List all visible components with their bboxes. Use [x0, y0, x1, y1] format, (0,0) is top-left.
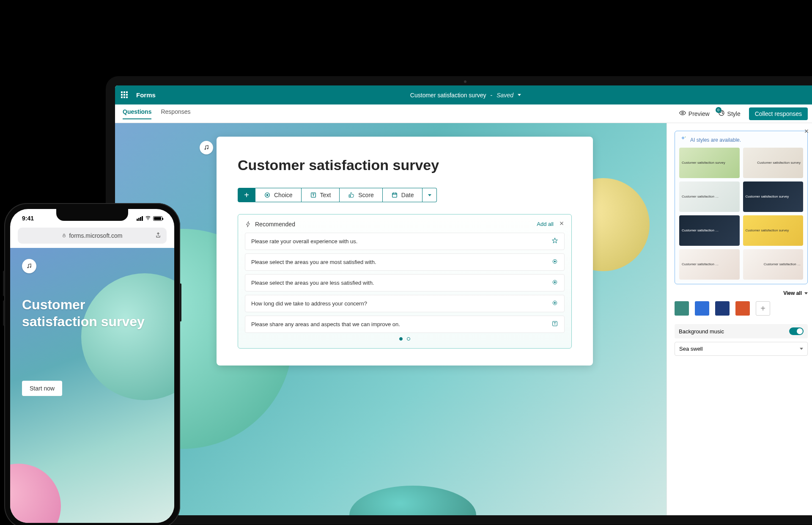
- recommended-item-text: Please share any areas and aspects that …: [251, 321, 400, 327]
- view-all-button[interactable]: View all: [675, 290, 808, 296]
- svg-point-4: [722, 113, 723, 113]
- color-swatch-navy[interactable]: [715, 301, 730, 316]
- style-thumbnail[interactable]: Customer satisfaction …: [743, 249, 804, 280]
- radio-icon: [551, 300, 558, 308]
- background-shape: [81, 273, 174, 400]
- qtype-more-button[interactable]: [422, 188, 437, 202]
- style-thumbnail[interactable]: Customer satisfaction survey: [743, 215, 804, 246]
- svg-point-5: [205, 148, 206, 150]
- style-thumbnail[interactable]: Customer satisfaction survey: [679, 148, 740, 178]
- svg-point-21: [27, 267, 29, 268]
- phone-url-bar[interactable]: forms.microsoft.com: [18, 228, 167, 244]
- add-color-button[interactable]: +: [756, 301, 770, 316]
- tab-responses[interactable]: Responses: [161, 108, 190, 119]
- tabs-bar: Questions Responses Preview 0 Style: [115, 104, 812, 123]
- collect-responses-button[interactable]: Collect responses: [749, 107, 808, 120]
- lock-icon: [62, 232, 66, 239]
- save-status: Saved: [497, 92, 513, 99]
- chevron-down-icon: [428, 194, 431, 196]
- qtype-date-label: Date: [401, 192, 414, 198]
- chevron-down-icon: [800, 348, 803, 350]
- background-music-select[interactable]: Sea swell: [675, 342, 808, 356]
- qtype-score-label: Score: [358, 192, 374, 198]
- music-toggle-chip[interactable]: [200, 141, 213, 154]
- text-icon: [310, 192, 317, 198]
- background-shape: [349, 486, 476, 515]
- preview-label: Preview: [689, 110, 710, 117]
- thumbs-up-icon: [348, 192, 355, 198]
- color-swatches: +: [675, 301, 808, 316]
- background-shape: [10, 464, 61, 523]
- qtype-score-button[interactable]: Score: [340, 188, 383, 202]
- laptop-camera: [464, 80, 466, 83]
- style-thumbnail[interactable]: Customer satisfaction survey: [743, 181, 804, 212]
- radio-icon: [551, 279, 558, 287]
- radio-icon: [551, 258, 558, 266]
- music-note-icon: [26, 263, 32, 269]
- qtype-date-button[interactable]: Date: [383, 188, 423, 202]
- recommended-item[interactable]: Please select the areas you are most sat…: [245, 253, 565, 271]
- add-question-button[interactable]: +: [238, 188, 255, 202]
- style-button[interactable]: 0 Style: [718, 110, 741, 118]
- close-style-panel-button[interactable]: [804, 128, 809, 136]
- document-title[interactable]: Customer satisfaction survey: [410, 92, 486, 99]
- recommended-item-text: Please select the areas you are less sat…: [251, 280, 374, 286]
- start-now-button[interactable]: Start now: [22, 381, 62, 396]
- preview-button[interactable]: Preview: [679, 110, 710, 118]
- style-thumbnail[interactable]: Customer satisfaction …: [679, 181, 740, 212]
- phone-form-preview: Customer satisfaction survey Start now: [10, 248, 174, 523]
- recommended-item[interactable]: Please share any areas and aspects that …: [245, 316, 565, 333]
- style-thumbnail[interactable]: Customer satisfaction …: [679, 215, 740, 246]
- view-all-label: View all: [783, 290, 802, 296]
- recommended-item-text: Please select the areas you are most sat…: [251, 259, 376, 265]
- svg-rect-20: [63, 235, 66, 237]
- svg-point-18: [685, 137, 686, 137]
- add-all-button[interactable]: Add all: [537, 221, 554, 227]
- background-music-value: Sea swell: [679, 346, 703, 352]
- music-note-icon: [203, 145, 209, 151]
- music-toggle-chip[interactable]: [22, 259, 36, 273]
- recommended-item[interactable]: Please select the areas you are less sat…: [245, 274, 565, 291]
- pager-dot[interactable]: [399, 337, 403, 341]
- background-music-toggle[interactable]: [789, 327, 804, 335]
- qtype-text-button[interactable]: Text: [302, 188, 340, 202]
- style-thumbnail[interactable]: Customer satisfaction survey: [743, 148, 804, 178]
- recommended-label: Recommended: [255, 221, 295, 228]
- ai-styles-label: AI styles are available.: [690, 137, 741, 143]
- svg-point-16: [554, 302, 556, 304]
- style-panel: AI styles are available. Customer satisf…: [667, 123, 812, 515]
- recommended-item[interactable]: How long did we take to address your con…: [245, 295, 565, 312]
- share-icon[interactable]: [155, 232, 162, 240]
- pager-dot[interactable]: [407, 337, 410, 341]
- close-recommended-button[interactable]: [559, 220, 565, 228]
- sparkle-icon: [679, 135, 687, 144]
- color-swatch-blue[interactable]: [695, 301, 709, 316]
- recommended-item[interactable]: Please rate your overall experience with…: [245, 233, 565, 250]
- form-title[interactable]: Customer satisfaction survey: [238, 157, 572, 173]
- app-name[interactable]: Forms: [136, 91, 156, 99]
- phone-form-title: Customer satisfaction survey: [22, 296, 162, 330]
- svg-point-8: [266, 194, 268, 196]
- color-swatch-teal[interactable]: [675, 301, 689, 316]
- text-icon: [551, 320, 558, 328]
- style-thumbnail[interactable]: Customer satisfaction …: [679, 249, 740, 280]
- qtype-text-label: Text: [320, 192, 331, 198]
- app-launcher-icon[interactable]: [121, 91, 129, 99]
- notification-badge-icon: 0: [716, 107, 721, 113]
- svg-point-19: [148, 220, 148, 220]
- color-swatch-orange[interactable]: [735, 301, 750, 316]
- ai-styles-section: AI styles are available. Customer satisf…: [675, 131, 808, 284]
- background-music-label: Background music: [679, 328, 724, 335]
- lightning-icon: [245, 221, 252, 228]
- tab-questions[interactable]: Questions: [123, 108, 151, 119]
- qtype-choice-button[interactable]: Choice: [255, 188, 302, 202]
- chevron-down-icon[interactable]: [518, 94, 521, 96]
- laptop-frame: Forms Customer satisfaction survey - Sav…: [106, 76, 812, 525]
- phone-power-button: [180, 283, 181, 322]
- phone-time: 9:41: [22, 215, 34, 222]
- svg-point-12: [554, 261, 556, 262]
- wifi-icon: [145, 215, 151, 222]
- eye-icon: [679, 110, 686, 118]
- svg-point-3: [721, 112, 722, 112]
- svg-point-22: [30, 267, 31, 268]
